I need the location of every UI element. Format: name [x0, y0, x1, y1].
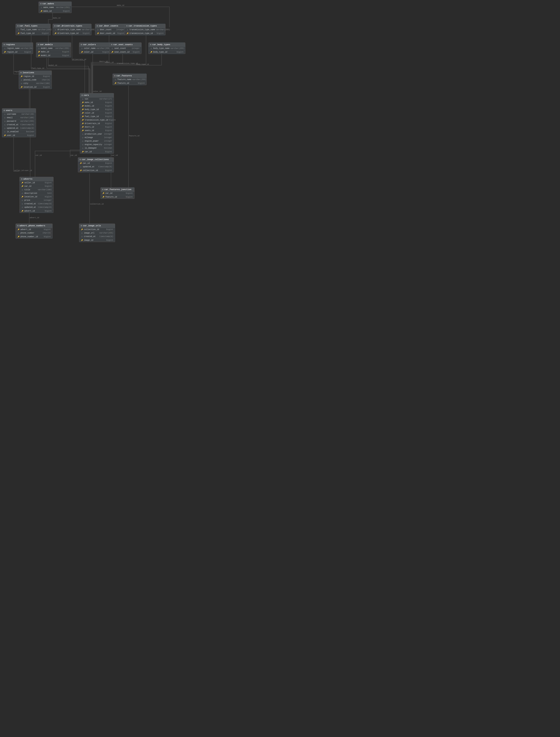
field-row: 🔑 seat_count_id bigint	[110, 50, 141, 54]
field-icon: ▢	[150, 47, 152, 50]
field-icon: ▢	[82, 137, 84, 139]
field-type: text	[47, 192, 52, 194]
field-icon: 🔑	[17, 235, 20, 238]
field-row: ▢ door_count integer	[95, 28, 126, 32]
table-title: car_drivetrain_types	[56, 25, 82, 27]
field-name: door_count_id	[100, 32, 117, 34]
field-type: varchar(255)	[99, 232, 113, 234]
field-name: body_type_name	[153, 47, 170, 49]
field-type: varchar(17)	[99, 98, 112, 100]
table-users: ⊞ users ▢ username varchar(20) ▢ email v…	[2, 108, 36, 137]
field-type: bigint	[133, 51, 140, 53]
field-icon: 🔑	[82, 151, 84, 153]
field-row: ▢ city varchar(100)	[19, 82, 52, 85]
field-icon: 🔑	[82, 115, 84, 118]
field-name: image_id	[84, 239, 106, 241]
field-icon: 🔑	[80, 162, 82, 165]
field-row: ▢ engine_power integer	[80, 139, 114, 143]
field-type: integer	[104, 133, 112, 135]
field-name: color_name	[84, 47, 96, 49]
field-icon: 🔑	[82, 105, 84, 107]
table-regions: ⊞ regions ▢ region_name varchar(50) 🔑 re…	[2, 42, 33, 54]
field-name: doors_id	[85, 126, 104, 128]
field-icon: ▢	[4, 47, 6, 50]
field-type: varchar(255)	[156, 29, 170, 31]
table-car-seat-counts: ⊞ car_seat_counts ▢ seat_count integer 🔑…	[109, 42, 142, 54]
label-seats: seats_id	[105, 62, 114, 63]
table-header-car-seat-counts: ⊞ car_seat_counts	[110, 43, 141, 47]
field-type: bigint	[43, 86, 50, 88]
label-drivetrain: drivetrain_id	[72, 59, 86, 61]
table-icon: ⊞	[17, 25, 18, 27]
table-title: car_transmission_types	[129, 25, 157, 27]
field-type: timestamp(0)	[38, 203, 52, 205]
label-car-id-1: car_id	[70, 154, 77, 156]
field-row: ▢ is_enabled boolean	[2, 130, 36, 134]
field-row: 🔑 transmission_type_id bigint	[125, 32, 165, 35]
table-icon: ⊞	[126, 25, 128, 27]
field-row: ▢ created_at timestamp(0)	[20, 202, 53, 206]
field-type: bigint	[138, 82, 145, 84]
table-icon: ⊞	[97, 25, 98, 27]
field-name: engine_power	[85, 140, 103, 142]
field-type: timestamp(0)	[99, 235, 113, 238]
field-name: title	[24, 189, 37, 191]
field-icon: 🔑	[81, 228, 83, 231]
table-icon: ⊞	[114, 75, 115, 77]
field-type: varchar(255)	[132, 78, 146, 81]
field-type: bigint	[44, 236, 51, 238]
label-body: body_type_id	[136, 63, 149, 65]
field-row: 🔑 model_id bigint	[80, 104, 114, 108]
table-header-car-models: ⊞ car_models	[36, 43, 71, 47]
field-type: varchar(100)	[38, 189, 52, 191]
field-row: 🔑 collection_id bigint	[79, 228, 115, 231]
table-header-car-body-types: ⊞ car_body_types	[149, 43, 185, 47]
table-title: car_features_junction	[104, 188, 131, 191]
field-name: fuel_type_name	[20, 29, 37, 31]
field-row: 🔑 car_id bigint	[20, 185, 53, 188]
field-icon: 🔑	[21, 182, 24, 184]
field-name: password	[7, 120, 19, 122]
field-type: bigint	[126, 192, 133, 194]
table-icon: ⊞	[17, 225, 18, 227]
field-row: ▢ username varchar(20)	[2, 113, 36, 116]
field-icon: 🔑	[82, 112, 84, 114]
field-icon: ▢	[126, 29, 129, 31]
field-type: bigint	[109, 119, 116, 121]
field-type: bigint	[43, 75, 50, 78]
table-header-car-door-counts: ⊞ car_door_counts	[95, 24, 126, 28]
field-row: 🔑 doors_id bigint	[80, 125, 114, 129]
field-type: bigint	[106, 239, 113, 241]
field-row: ▢ updated_at timestamp(0)	[20, 206, 53, 209]
field-icon: ▢	[21, 203, 24, 205]
field-row: ▢ email varchar(100)	[2, 116, 36, 120]
field-icon: 🔑	[20, 75, 23, 78]
field-name: make_id	[85, 101, 104, 104]
label-doors: doors_id	[99, 61, 108, 63]
field-type: integer	[44, 199, 52, 201]
field-icon: 🔑	[82, 108, 84, 111]
field-icon: 🔑	[102, 192, 105, 195]
table-header-car-features: ⊞ car_features	[113, 74, 146, 78]
table-title: car_colors	[83, 43, 96, 46]
field-name: updated_at	[24, 206, 37, 208]
table-car-transmission-types: ⊞ car_transmission_types ▢ transmission_…	[125, 24, 166, 35]
table-header-users: ⊞ users	[2, 108, 36, 113]
field-icon: 🔑	[20, 86, 23, 88]
field-type: varchar(255)	[20, 120, 34, 122]
field-name: fuel_type_id	[85, 115, 104, 118]
field-icon: ▢	[21, 206, 24, 209]
table-title: cars	[84, 94, 89, 96]
field-row: ▢ postal_code char(6)	[19, 78, 52, 82]
table-header-car-image-urls: ⊞ car_image_urls	[79, 224, 115, 228]
field-row: 🔑 advert_id bigint	[20, 209, 53, 213]
diagram-container: make_id make_id region_id drivetrain_id …	[0, 0, 187, 246]
field-name: vin	[85, 98, 99, 100]
field-type: varchar(50)	[20, 47, 33, 49]
field-name: postal_code	[24, 79, 41, 81]
table-header-cars: ⊞ cars	[80, 93, 114, 97]
field-name: model_id	[85, 105, 104, 107]
field-name: created_at	[24, 203, 37, 205]
field-icon: 🔑	[82, 126, 84, 128]
field-name: region_name	[7, 47, 20, 49]
